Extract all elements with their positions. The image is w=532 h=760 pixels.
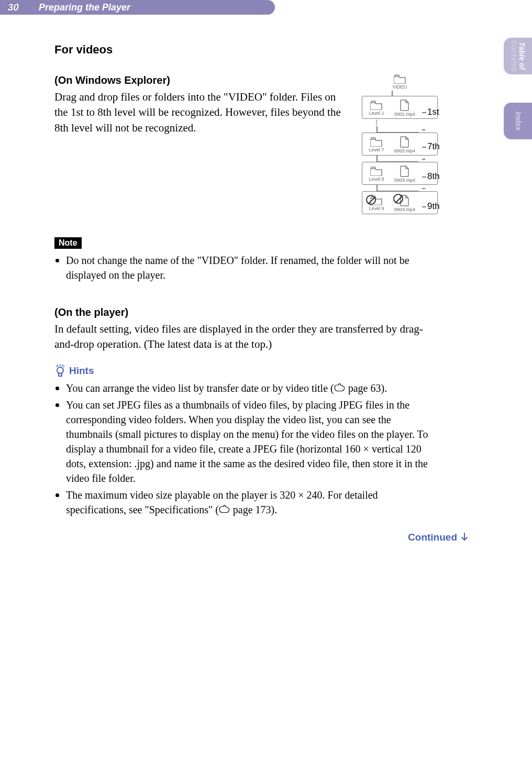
- folder-icon: [394, 74, 406, 84]
- chapter-title: Preparing the Player: [26, 0, 275, 15]
- note-item: Do not change the name of the "VIDEO" fo…: [54, 253, 438, 282]
- section-heading-for-videos: For videos: [54, 43, 438, 57]
- diagram-level-label: 7th: [427, 141, 440, 152]
- sub-heading-player: (On the player): [54, 306, 438, 318]
- player-body-text: In default setting, video files are disp…: [54, 322, 438, 353]
- toc-label-line1: Table of: [518, 40, 526, 72]
- diagram-level-label: 9th: [427, 201, 440, 212]
- sidebar-tab-index[interactable]: Index: [504, 103, 532, 139]
- note-list: Do not change the name of the "VIDEO" fo…: [54, 253, 438, 282]
- diagram-row: Level 80003.mp4: [362, 162, 438, 185]
- diagram-row: Level 70002.mp4: [362, 133, 438, 156]
- hints-lightbulb-icon: [54, 364, 66, 378]
- continued-indicator: Continued: [54, 532, 469, 543]
- diagram-row: Level 90004.mp4: [362, 191, 438, 214]
- svg-line-3: [56, 366, 58, 367]
- diagram-level-label: 8th: [427, 171, 440, 182]
- sidebar-tab-toc[interactable]: Table of Contents: [504, 38, 532, 74]
- page-header: 30 Preparing the Player: [0, 0, 532, 15]
- svg-point-0: [57, 367, 63, 373]
- sub-heading-explorer: (On Windows Explorer): [54, 74, 346, 86]
- hints-item: The maximum video size playable on the p…: [54, 488, 438, 517]
- svg-rect-1: [59, 373, 62, 376]
- index-label: Index: [514, 112, 522, 131]
- hints-label: Hints: [69, 365, 94, 377]
- svg-line-6: [62, 365, 63, 366]
- hints-item: You can arrange the video list by transf…: [54, 381, 438, 395]
- page-number: 30: [0, 0, 26, 15]
- hints-list: You can arrange the video list by transf…: [54, 381, 438, 517]
- continued-arrow-icon: [460, 532, 469, 543]
- svg-line-5: [58, 365, 58, 366]
- hand-pointing-icon: [334, 383, 346, 392]
- svg-line-4: [63, 366, 65, 367]
- diagram-row: Level 10001.mp4: [362, 96, 438, 119]
- note-label: Note: [54, 237, 82, 249]
- folder-hierarchy-diagram: VIDEO Level 10001.mp4Level 70002.mp4Leve…: [362, 74, 438, 214]
- explorer-body-text: Drag and drop files or folders into the …: [54, 90, 346, 136]
- hand-pointing-icon: [219, 505, 230, 513]
- diagram-level-label: 1st: [427, 107, 439, 117]
- hints-item: You can set JPEG files as a thumbnails o…: [54, 398, 438, 486]
- toc-label-line2: Contents: [510, 40, 518, 72]
